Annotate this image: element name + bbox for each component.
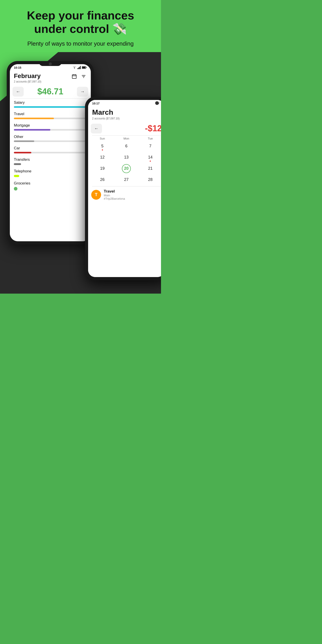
category-name-other: Other xyxy=(14,134,87,139)
wifi-icon xyxy=(72,66,76,69)
category-name-car: Car xyxy=(14,146,87,150)
category-other: Other xyxy=(14,134,87,142)
cal-day-21[interactable]: 21 xyxy=(138,164,161,173)
category-name-travel: Travel xyxy=(14,112,87,116)
amount-row-right: ← -$12 xyxy=(88,122,161,135)
calendar-grid: Sun Mon Tue 5 6 7 xyxy=(88,136,161,184)
header-icons-left xyxy=(71,73,87,80)
cal-dot-14 xyxy=(150,160,151,162)
category-name-transfers: Transfers xyxy=(14,158,87,162)
cal-week-4: 26 27 28 xyxy=(90,175,161,184)
cal-day-28[interactable]: 28 xyxy=(138,175,161,184)
cal-day-6[interactable]: 6 xyxy=(114,142,138,151)
transaction-info: Travel Main #Trip2Barcelona xyxy=(104,189,161,200)
dot-telephone xyxy=(14,175,19,177)
cal-day-13[interactable]: 13 xyxy=(114,153,138,162)
category-travel: Travel xyxy=(14,112,87,119)
category-name-groceries: Groceries xyxy=(14,181,87,186)
next-btn-left[interactable]: → xyxy=(77,87,88,96)
signal-icon xyxy=(77,66,81,69)
accounts-left: 2 accounts ($7,097.10) xyxy=(14,80,41,83)
category-transfers: Transfers xyxy=(14,158,87,165)
phone-left-screen: 10:15 xyxy=(10,64,91,241)
phone-right-screen: 10:17 March 2 accounts ($7,097.10) xyxy=(88,100,161,277)
phones-section: 10:15 xyxy=(0,52,161,294)
cal-day-14[interactable]: 14 xyxy=(138,153,161,162)
category-salary: Salary xyxy=(14,100,87,108)
svg-rect-6 xyxy=(82,67,86,68)
hero-section: Keep your finances under control 💸 Plent… xyxy=(0,0,161,52)
cal-day-20-wrapper[interactable]: 20 xyxy=(114,164,138,173)
cal-week-3: 19 20 21 xyxy=(90,164,161,173)
accounts-right: 2 accounts ($7,097.10) xyxy=(92,117,120,120)
prev-btn-right[interactable]: ← xyxy=(91,124,102,134)
time-left: 10:15 xyxy=(14,66,21,69)
dot-groceries xyxy=(14,187,18,190)
category-list: Salary Travel Mortgage xyxy=(10,98,91,196)
cal-header-tue: Tue xyxy=(138,137,161,140)
category-groceries: Groceries xyxy=(14,181,87,190)
time-right: 10:17 xyxy=(92,102,100,105)
amount-row-left: ← $46.71 → xyxy=(10,85,91,98)
phone-left-camera xyxy=(49,62,52,66)
bar-salary xyxy=(14,106,87,108)
cal-header-sun: Sun xyxy=(90,137,114,140)
cal-day-20-today[interactable]: 20 xyxy=(122,164,131,173)
month-title-left: February xyxy=(14,72,41,80)
amount-left: $46.71 xyxy=(37,87,63,96)
cal-day-12[interactable]: 12 xyxy=(90,153,114,162)
hero-subtitle: Plenty of ways to monitor your expending xyxy=(14,40,148,48)
month-info-right: March 2 accounts ($7,097.10) xyxy=(92,108,120,120)
phone-right: 10:17 March 2 accounts ($7,097.10) xyxy=(85,97,161,280)
svg-rect-1 xyxy=(78,68,79,69)
category-telephone: Telephone xyxy=(14,169,87,177)
cal-day-19[interactable]: 19 xyxy=(90,164,114,173)
svg-rect-3 xyxy=(80,66,81,69)
svg-rect-0 xyxy=(77,68,78,69)
transaction-name: Travel xyxy=(104,189,161,194)
app-header-left: February 2 accounts ($7,097.10) xyxy=(10,70,91,85)
cal-day-7[interactable]: 7 xyxy=(138,142,161,151)
cal-week-2: 12 13 14 xyxy=(90,153,161,162)
cal-day-27[interactable]: 27 xyxy=(114,175,138,184)
phone-left: 10:15 xyxy=(7,61,94,244)
filter-icon[interactable] xyxy=(80,73,87,80)
app-screen-left: 10:15 xyxy=(10,64,91,241)
status-bar-right: 10:17 xyxy=(88,100,161,106)
bar-travel xyxy=(14,118,87,119)
svg-rect-5 xyxy=(86,67,87,68)
calendar-icon[interactable] xyxy=(71,73,77,80)
hero-title: Keep your finances under control 💸 xyxy=(14,9,148,36)
cal-dot-5 xyxy=(102,149,103,150)
category-mortgage: Mortgage xyxy=(14,123,87,130)
category-car: Car xyxy=(14,146,87,154)
battery-icon xyxy=(82,66,87,69)
month-info-left: February 2 accounts ($7,097.10) xyxy=(14,72,41,83)
calendar-header: Sun Mon Tue xyxy=(90,136,161,142)
svg-rect-2 xyxy=(79,67,80,69)
status-icons-left xyxy=(72,66,87,69)
transaction-avatar: T xyxy=(91,190,101,200)
category-name-salary: Salary xyxy=(14,100,87,105)
svg-rect-7 xyxy=(72,75,76,78)
cal-day-5[interactable]: 5 xyxy=(90,142,114,151)
bar-mortgage xyxy=(14,129,87,130)
transaction-sub: Main #Trip2Barcelona xyxy=(104,194,161,200)
cal-day-26[interactable]: 26 xyxy=(90,175,114,184)
prev-btn-left[interactable]: ← xyxy=(12,87,24,96)
category-name-mortgage: Mortgage xyxy=(14,123,87,128)
bar-car xyxy=(14,152,87,154)
cal-week-1: 5 6 7 xyxy=(90,142,161,151)
app-header-right: March 2 accounts ($7,097.10) xyxy=(88,106,161,122)
month-title-right: March xyxy=(92,108,120,116)
app-screen-right: 10:17 March 2 accounts ($7,097.10) xyxy=(88,100,161,277)
amount-right: -$12 xyxy=(145,124,161,133)
phone-right-camera xyxy=(155,101,159,105)
transaction-item[interactable]: T Travel Main #Trip2Barcelona xyxy=(88,186,161,203)
bar-other xyxy=(14,140,87,142)
cal-header-mon: Mon xyxy=(114,137,138,140)
dot-transfers xyxy=(14,163,21,165)
category-name-telephone: Telephone xyxy=(14,169,87,174)
